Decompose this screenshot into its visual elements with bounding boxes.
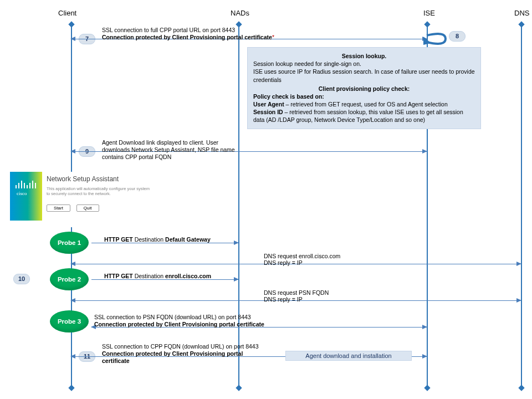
step-8: 8 — [449, 31, 466, 42]
svg-rect-8 — [35, 183, 36, 188]
nsa-start-button[interactable]: Start — [47, 204, 70, 212]
agent-download-box: Agent download and installation — [285, 351, 412, 361]
svg-rect-0 — [10, 172, 42, 221]
probe-3: Probe 3 — [50, 310, 89, 332]
step-10: 10 — [13, 274, 30, 284]
msg-probe2: HTTP GET Destination enroll.cisco.com — [104, 273, 211, 280]
msg-dns1b: DNS reply = IP — [264, 259, 303, 267]
head-client: Client — [58, 9, 76, 17]
msg-probe3: SSL connection to PSN FQDN (download URL… — [94, 314, 264, 328]
probe-2: Probe 2 — [50, 268, 89, 290]
svg-rect-7 — [32, 181, 33, 188]
msg-dns2b: DNS reply = IP — [264, 296, 303, 303]
msg-probe1: HTTP GET Destination Default Gateway — [104, 236, 211, 243]
ise-self-arrow-icon — [423, 32, 447, 47]
probe-1: Probe 1 — [50, 232, 89, 254]
msg-11: SSL connection to CPP FQDN (download URL… — [102, 343, 259, 365]
svg-rect-4 — [24, 183, 25, 188]
msg-7: SSL connection to full CPP portal URL on… — [102, 27, 274, 41]
msg-9: Agent Download link displayed to client.… — [102, 139, 235, 161]
head-dns: DNS — [514, 9, 529, 17]
svg-rect-2 — [18, 183, 19, 188]
svg-rect-6 — [29, 183, 30, 188]
svg-rect-3 — [21, 181, 22, 188]
nsa-card: Network Setup Assistant This application… — [42, 172, 157, 227]
nsa-quit-button[interactable]: Quit — [76, 204, 99, 212]
svg-rect-5 — [27, 185, 28, 188]
session-lookup-box: Session lookup. Session lookup needed fo… — [247, 47, 481, 129]
svg-text:cisco: cisco — [17, 191, 27, 196]
head-nads: NADs — [231, 9, 249, 17]
svg-rect-1 — [16, 185, 17, 188]
cisco-panel: cisco — [10, 172, 42, 221]
head-ise: ISE — [423, 9, 435, 17]
